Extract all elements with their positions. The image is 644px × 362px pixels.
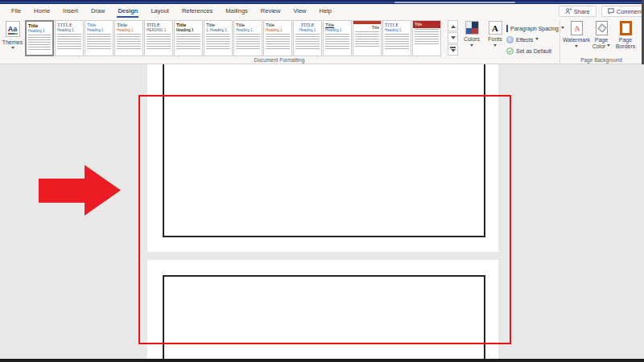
page-borders-label: Page Borders <box>616 37 636 50</box>
colors-button[interactable]: Colors <box>460 20 483 49</box>
style-set-thumbnail[interactable]: Title 1. Heading 1 <box>204 20 233 56</box>
page-borders-label-line2: Borders <box>616 43 636 49</box>
gallery-scroll-up-button[interactable] <box>448 20 458 31</box>
comments-button[interactable]: Comments <box>601 6 644 17</box>
fonts-button[interactable]: A Fonts <box>484 20 506 49</box>
effects-icon <box>506 36 514 43</box>
word-window: File Home Insert Draw Design Layout Refe… <box>0 0 644 362</box>
tab-references[interactable]: References <box>175 5 219 18</box>
thumb-heading: Heading 1 <box>385 28 409 33</box>
watermark-icon: A <box>571 21 583 35</box>
style-set-thumbnail[interactable]: TITLE Heading 1 <box>293 20 322 56</box>
screenshot-bottom-edge <box>0 359 644 362</box>
thumb-body-lines <box>295 34 320 50</box>
thumb-heading: Heading 1 <box>325 28 349 33</box>
thumb-heading: Heading 1 <box>28 29 51 34</box>
paragraph-spacing-button[interactable]: Paragraph Spacing <box>506 23 559 34</box>
style-set-thumbnail[interactable]: Title <box>353 20 382 56</box>
thumb-heading: Heading 1 <box>87 28 111 33</box>
checkmark-circle-icon <box>506 47 514 55</box>
chevron-down-icon <box>11 47 14 51</box>
chevron-down-icon <box>493 44 497 48</box>
tab-help[interactable]: Help <box>313 5 338 18</box>
tab-layout[interactable]: Layout <box>144 5 175 18</box>
style-set-thumbnail[interactable]: Title Heading 1 <box>233 20 262 56</box>
thumb-title: TITLE <box>295 23 320 28</box>
page-color-label: Page Color <box>592 37 611 50</box>
style-set-thumbnail[interactable]: Title Heading 1 <box>263 20 292 56</box>
share-icon <box>565 8 572 14</box>
thumb-body-lines <box>57 34 81 50</box>
gallery-scroll-controls <box>448 20 458 56</box>
share-label: Share <box>574 8 590 15</box>
thumb-title: Title <box>266 23 290 28</box>
style-set-thumbnail[interactable]: Title <box>412 20 441 56</box>
thumb-heading: Heading 1 <box>236 28 260 33</box>
colors-label: Colors <box>464 36 480 43</box>
style-set-thumbnail[interactable]: Title Heading 1 <box>85 20 114 56</box>
document-canvas[interactable] <box>0 64 644 359</box>
tab-home[interactable]: Home <box>27 5 56 18</box>
tab-file[interactable]: File <box>5 5 27 18</box>
page-color-icon <box>596 21 608 35</box>
thumb-body-lines <box>385 34 409 50</box>
themes-icon: Aa <box>6 21 20 37</box>
style-set-thumbnail[interactable]: Title Heading 1 <box>25 20 54 56</box>
top-right-actions: Share Comments <box>559 6 644 17</box>
thumb-accent-bar <box>353 21 381 24</box>
page-color-label-line1: Page <box>595 37 608 43</box>
gallery-scroll-down-button[interactable] <box>448 32 458 43</box>
themes-button[interactable]: Aa Themes <box>2 20 23 59</box>
tab-mailings[interactable]: Mailings <box>219 5 254 18</box>
ribbon: Aa Themes Title Heading 1 TITLE Heading … <box>0 18 644 64</box>
thumb-body-lines <box>147 34 171 50</box>
style-set-thumbnail[interactable]: TITLE Heading 1 <box>55 20 84 56</box>
thumb-heading: Heading 1 <box>295 28 320 33</box>
thumb-heading: Heading 1 <box>57 28 81 33</box>
paragraph-spacing-icon <box>506 25 508 32</box>
thumb-title: Title <box>176 23 200 28</box>
thumb-body-lines <box>117 34 141 50</box>
page-borders-button[interactable]: Page Borders <box>613 20 638 51</box>
chevron-down-icon <box>451 49 456 55</box>
thumb-body-lines <box>236 34 260 50</box>
thumb-heading: 1. Heading 1 <box>206 28 230 33</box>
chevron-down-icon <box>535 38 539 42</box>
chevron-down-icon <box>470 44 473 48</box>
colors-icon <box>465 21 479 35</box>
tab-view[interactable]: View <box>287 5 312 18</box>
effects-button[interactable]: Effects <box>506 34 559 45</box>
style-set-thumbnail[interactable]: TITLE Heading 1 <box>382 20 411 56</box>
style-set-gallery: Title Heading 1 TITLE Heading 1 Title He… <box>25 20 441 56</box>
page-borders-icon <box>620 21 632 35</box>
gallery-expand-button[interactable] <box>448 44 458 56</box>
style-set-thumbnail[interactable]: Title Heading 1 <box>114 20 143 56</box>
thumb-title: Title <box>28 23 51 29</box>
fonts-icon: A <box>489 21 502 35</box>
tab-review[interactable]: Review <box>254 5 287 18</box>
watermark-button[interactable]: A Watermark <box>564 20 589 50</box>
share-button[interactable]: Share <box>559 6 597 17</box>
thumb-body-lines <box>28 35 51 51</box>
thumb-body-lines <box>206 34 230 50</box>
set-as-default-button[interactable]: Set as Default <box>506 45 559 56</box>
chevron-up-icon <box>451 23 456 28</box>
formatting-options-stack: Paragraph Spacing Effects Set as Default <box>506 23 559 56</box>
set-as-default-label: Set as Default <box>516 48 551 54</box>
thumb-heading: Heading 1 <box>117 28 141 33</box>
thumb-title: Title <box>206 23 230 28</box>
thumb-title: Title <box>87 23 111 28</box>
thumb-title: Title <box>236 23 260 28</box>
tab-insert[interactable]: Insert <box>56 5 85 18</box>
tab-draw[interactable]: Draw <box>85 5 112 18</box>
page-color-button[interactable]: Page Color <box>591 20 612 51</box>
search-box-edge <box>394 2 515 3</box>
thumb-heading: Heading 1 <box>266 28 290 33</box>
style-set-thumbnail[interactable]: TITLE HEADING 1 <box>144 20 173 56</box>
style-set-thumbnail[interactable]: Title Heading 1 <box>323 20 352 56</box>
style-set-thumbnail[interactable]: Title Heading 1 <box>174 20 203 56</box>
tab-design[interactable]: Design <box>111 5 144 18</box>
annotation-arrow-icon <box>36 163 125 218</box>
thumb-title: TITLE <box>385 23 409 28</box>
gallery-more-icon <box>450 47 456 48</box>
